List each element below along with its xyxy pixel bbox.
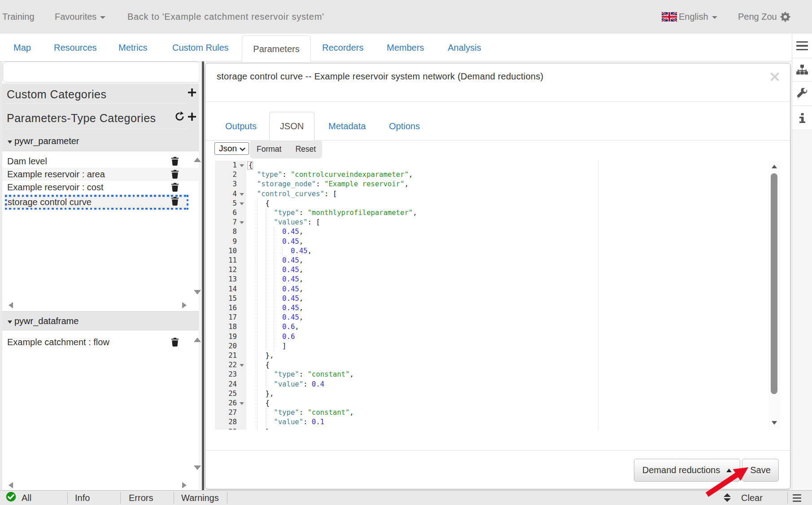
mode-select[interactable]: Json	[214, 142, 249, 155]
code-line: {	[249, 199, 270, 208]
code-fold-caret-icon[interactable]	[240, 193, 244, 196]
dialog-tab-outputs[interactable]: Outputs	[225, 112, 257, 141]
code-fold-caret-icon[interactable]	[240, 402, 244, 405]
panel-splitter[interactable]	[202, 61, 204, 490]
line-number: 6	[215, 208, 237, 218]
divider	[227, 492, 227, 504]
reset-button[interactable]: Reset	[295, 145, 316, 154]
tab-analysis[interactable]: Analysis	[448, 34, 481, 61]
parameters-sidebar: Custom Categories Parameters-Type Catego…	[2, 61, 202, 489]
user-menu[interactable]: Peng Zou	[738, 0, 790, 34]
close-icon[interactable]	[769, 71, 780, 82]
scroll-left-arrow-icon[interactable]	[9, 302, 13, 308]
dialog-tab-json[interactable]: JSON	[269, 112, 314, 141]
line-number: 10	[215, 246, 237, 256]
parameter-editor-dialog: storage control curve -- Example reservo…	[205, 63, 790, 489]
scenario-dropup-button[interactable]: Demand reductions	[634, 459, 740, 482]
trash-icon[interactable]	[171, 170, 179, 181]
dialog-tab-options[interactable]: Options	[389, 112, 420, 141]
code-line: 0.45,	[249, 294, 303, 303]
info-button[interactable]	[792, 106, 812, 130]
trash-icon[interactable]	[171, 183, 179, 194]
code-line: },	[249, 389, 274, 399]
line-number: 24	[215, 380, 237, 389]
code-line: 0.6,	[249, 322, 299, 332]
format-button[interactable]: Format	[257, 145, 281, 154]
list-item[interactable]: Dam level	[2, 155, 199, 168]
tab-map[interactable]: Map	[13, 34, 31, 61]
scroll-up-arrow-icon[interactable]	[772, 165, 777, 168]
clear-button[interactable]: Clear	[741, 491, 763, 505]
list-item-label: Example catchment : flow	[7, 337, 109, 347]
hamburger-icon	[796, 41, 808, 51]
list-item-selected[interactable]: storage control curve	[5, 195, 188, 210]
scroll-up-arrow-icon[interactable]	[194, 158, 201, 162]
scroll-right-arrow-icon[interactable]	[182, 302, 187, 308]
tab-custom-rules[interactable]: Custom Rules	[172, 34, 229, 61]
code-line: "value": 0.4	[249, 380, 324, 389]
code-line: "type": "monthlyprofileparameter",	[249, 208, 417, 218]
list-item[interactable]: Example reservoir : area	[2, 168, 199, 181]
scroll-right-arrow-icon[interactable]	[182, 482, 187, 488]
scroll-up-arrow-icon[interactable]	[194, 338, 201, 342]
trash-icon[interactable]	[171, 157, 179, 168]
code-line: ]	[249, 342, 287, 351]
refresh-icon[interactable]	[175, 111, 185, 122]
model-nav-tabs: MapResourcesMetricsCustom RulesRecorders…	[0, 34, 812, 61]
code-fold-caret-icon[interactable]	[240, 364, 244, 367]
list-item[interactable]: Example reservoir : cost	[2, 181, 199, 194]
sitemap-icon	[796, 65, 808, 75]
right-tool-strip	[792, 34, 812, 490]
code-fold-caret-icon[interactable]	[240, 202, 244, 205]
group-pywr-parameter[interactable]: pywr_parameter	[8, 136, 79, 146]
status-filter-info[interactable]: Info	[75, 491, 90, 505]
code-fold-caret-icon[interactable]	[240, 221, 244, 224]
group-pywr-dataframe[interactable]: pywr_dataframe	[2, 311, 199, 330]
tab-metrics[interactable]: Metrics	[118, 34, 147, 61]
json-code-editor[interactable]: 1234567891011121314151617181920212223242…	[215, 161, 781, 430]
brand-link[interactable]: Training	[2, 0, 35, 34]
tab-recorders[interactable]: Recorders	[322, 34, 363, 61]
code-line: 0.45,	[249, 275, 303, 284]
line-number: 15	[215, 294, 237, 303]
divider	[67, 492, 68, 504]
tab-resources[interactable]: Resources	[54, 34, 97, 61]
editor-gutter: 1234567891011121314151617181920212223242…	[215, 161, 246, 430]
status-filter-all[interactable]: All	[22, 491, 31, 505]
list-item[interactable]: Example catchment : flow	[2, 336, 199, 349]
list-item-label: storage control curve	[8, 197, 92, 207]
menu-button[interactable]	[792, 34, 812, 58]
sort-toggle-icon[interactable]	[724, 493, 731, 502]
search-input[interactable]	[3, 61, 200, 83]
code-line: {	[249, 399, 270, 408]
status-filter-errors[interactable]: Errors	[129, 491, 153, 505]
statusbar-menu-button[interactable]	[793, 494, 801, 502]
tab-members[interactable]: Members	[387, 34, 424, 61]
scroll-down-arrow-icon[interactable]	[194, 465, 201, 470]
network-tree-button[interactable]	[792, 58, 812, 82]
editor-scrollbar[interactable]	[768, 161, 780, 430]
code-line: 0.45,	[249, 285, 303, 294]
code-line: 0.45,	[249, 227, 303, 237]
scroll-left-arrow-icon[interactable]	[9, 482, 13, 488]
collapse-caret-icon	[8, 321, 12, 324]
tab-parameters[interactable]: Parameters	[242, 35, 311, 62]
tools-button[interactable]	[792, 82, 812, 106]
line-number: 13	[215, 275, 237, 284]
trash-icon[interactable]	[171, 197, 179, 208]
scroll-down-arrow-icon[interactable]	[772, 421, 777, 425]
code-fold-caret-icon[interactable]	[240, 164, 244, 167]
back-link[interactable]: Back to 'Example catchment reservoir sys…	[127, 0, 324, 34]
scroll-down-arrow-icon[interactable]	[194, 290, 201, 294]
editor-scrollbar-thumb[interactable]	[771, 173, 777, 394]
code-line: 0.45,	[249, 237, 303, 246]
dialog-tab-metadata[interactable]: Metadata	[328, 112, 366, 141]
favourites-menu[interactable]: Favourites	[55, 0, 105, 34]
language-menu[interactable]: English	[662, 0, 717, 34]
save-button[interactable]: Save	[742, 459, 779, 482]
trash-icon[interactable]	[171, 338, 179, 349]
add-custom-category-button[interactable]	[187, 88, 197, 97]
add-parameter-category-button[interactable]	[187, 112, 197, 122]
collapse-caret-icon	[8, 141, 12, 144]
status-filter-warnings[interactable]: Warnings	[181, 491, 219, 505]
